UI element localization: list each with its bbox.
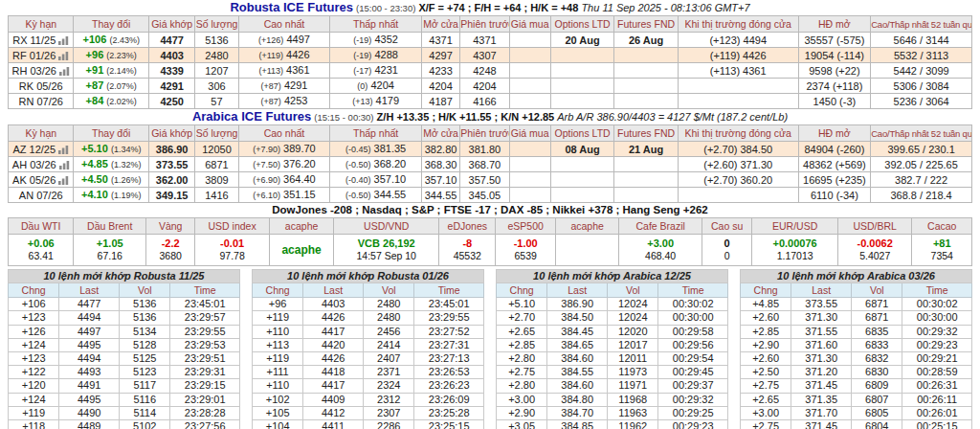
- order-cell: 5136: [120, 298, 170, 311]
- contract-cell[interactable]: RK 05/26: [9, 79, 74, 94]
- order-cell: 5134: [120, 325, 170, 338]
- panel-column-header: Time: [902, 283, 972, 298]
- column-header: Khi thị trường đóng cửa: [678, 125, 798, 142]
- contract-cell[interactable]: AK 05/26: [9, 172, 74, 188]
- low-change: (-0.40): [345, 175, 371, 185]
- change-percent: (1.19%): [111, 191, 142, 200]
- order-cell: 11971: [608, 379, 658, 393]
- low-value: 4352: [374, 34, 397, 45]
- order-cell: 00:29:56: [658, 338, 728, 351]
- low-change: (+13): [352, 97, 372, 106]
- change-value: +4.10: [81, 189, 108, 200]
- open-interest-cell: 16695 (+235): [798, 172, 871, 188]
- order-cell: 4412: [303, 406, 364, 419]
- order-cell: +104: [253, 419, 303, 429]
- volume-cell: 1207: [195, 63, 238, 79]
- order-cell: 2307: [364, 406, 414, 419]
- high-change: (+7.90): [253, 145, 280, 154]
- at-close-cell: [678, 79, 798, 94]
- order-cell: +123: [9, 311, 59, 325]
- ticker-change: VCB 26,192: [334, 237, 438, 250]
- options-ltd-cell: [550, 63, 613, 79]
- order-row: +1224493512323:29:31: [9, 366, 240, 379]
- change-cell: +84 (2.02%): [74, 94, 149, 109]
- ticker-header: eDJones: [439, 218, 496, 235]
- order-cell: 23:25:15: [414, 419, 484, 429]
- order-cell: 6805: [852, 406, 902, 419]
- contract-cell[interactable]: RH 03/26: [9, 63, 74, 79]
- open-cell: 4233: [421, 63, 459, 79]
- contract-cell[interactable]: AZ 12/25: [9, 142, 74, 157]
- order-cell: +119: [253, 311, 303, 325]
- orders-panel: 10 lệnh mới khớp Arabica 03/26ChngLastVo…: [740, 269, 972, 429]
- order-cell: 386.90: [547, 298, 608, 311]
- ticker-cell: -845532: [439, 235, 496, 266]
- futures-fnd-cell: [614, 94, 678, 109]
- ticker-header: USD index: [195, 218, 270, 235]
- ticker-value: 7354: [912, 250, 971, 262]
- contract-cell[interactable]: AH 03/26: [9, 157, 74, 172]
- order-cell: 384.85: [547, 419, 608, 429]
- high-change: (+113): [258, 66, 283, 76]
- high-value: 4253: [284, 95, 307, 106]
- low-cell: (-0.50) 344.55: [330, 188, 422, 203]
- contract-cell[interactable]: RN 07/26: [9, 94, 74, 109]
- contract-label: AN 07/26: [19, 190, 63, 201]
- world-indices-line: DowJones -208 ; Nasdaq ; S&P ; FTSE -17 …: [0, 203, 980, 217]
- column-header: Số lượng: [195, 125, 238, 142]
- order-cell: +105: [253, 406, 303, 419]
- order-cell: 4403: [303, 298, 364, 311]
- order-row: +3.00384.801196800:29:32: [497, 393, 728, 406]
- prev-session-cell: 4204: [460, 79, 509, 94]
- options-ltd-cell: [550, 172, 613, 188]
- order-cell: 373.55: [791, 298, 852, 311]
- contract-cell[interactable]: RX 11/25: [9, 33, 74, 48]
- order-cell: 371.30: [791, 311, 852, 325]
- contract-cell[interactable]: RF 01/26: [9, 48, 74, 63]
- panel-column-header: Time: [414, 283, 484, 298]
- order-cell: 00:30:02: [902, 298, 972, 311]
- last-price-cell: 373.55: [149, 157, 195, 172]
- order-cell: +110: [253, 325, 303, 338]
- contract-label: AK 05/26: [12, 174, 56, 186]
- orders-panel: 10 lệnh mới khớp Arabica 12/25ChngLastVo…: [496, 269, 728, 429]
- futures-fnd-cell: [614, 48, 678, 63]
- order-cell: 11962: [608, 419, 658, 429]
- mini-chart-icon: [58, 35, 69, 45]
- order-cell: 00:29:25: [658, 406, 728, 419]
- order-cell: +2.65: [741, 393, 791, 406]
- ticker-cell: [555, 235, 618, 266]
- order-row: +3.00371.70680500:26:01: [741, 406, 972, 419]
- high-value: 4291: [284, 79, 307, 91]
- week52-cell: 5646 / 3144: [871, 33, 972, 48]
- arabica-session: (15:15 - 00:30): [314, 112, 373, 123]
- high-value: 4426: [286, 49, 309, 60]
- low-cell: (-0.40) 357.10: [330, 172, 422, 188]
- order-cell: +119: [253, 351, 303, 365]
- change-value: +87: [86, 79, 104, 91]
- order-cell: 11968: [608, 393, 658, 406]
- order-cell: 2414: [364, 338, 414, 351]
- order-cell: 384.60: [547, 351, 608, 365]
- ticker-change: -2.2: [146, 237, 194, 250]
- last-price-cell: 349.15: [149, 188, 195, 203]
- order-cell: 384.65: [547, 338, 608, 351]
- column-header: Cao nhất: [238, 125, 330, 142]
- options-ltd-cell: [550, 48, 613, 63]
- open-interest-cell: 6110 (-34): [798, 188, 871, 203]
- contract-cell[interactable]: AN 07/26: [9, 188, 74, 203]
- column-header: Options LTD: [550, 16, 613, 33]
- order-cell: 384.60: [547, 379, 608, 393]
- panel-column-header: Vol: [120, 283, 170, 298]
- column-header: HĐ mở: [798, 16, 871, 33]
- high-change: (+7.50): [253, 160, 280, 169]
- order-cell: 00:28:59: [902, 366, 972, 379]
- order-row: +2.70384.501202400:30:00: [497, 311, 728, 325]
- column-header: HĐ mở: [798, 125, 871, 142]
- at-close-cell: [678, 188, 798, 203]
- ticker-cell: +1.0567.16: [74, 235, 146, 266]
- open-interest-cell: 2374 (+118): [798, 79, 871, 94]
- order-cell: 11973: [608, 366, 658, 379]
- bid-cell: [509, 63, 550, 79]
- change-cell: +4.50 (1.26%): [74, 172, 149, 188]
